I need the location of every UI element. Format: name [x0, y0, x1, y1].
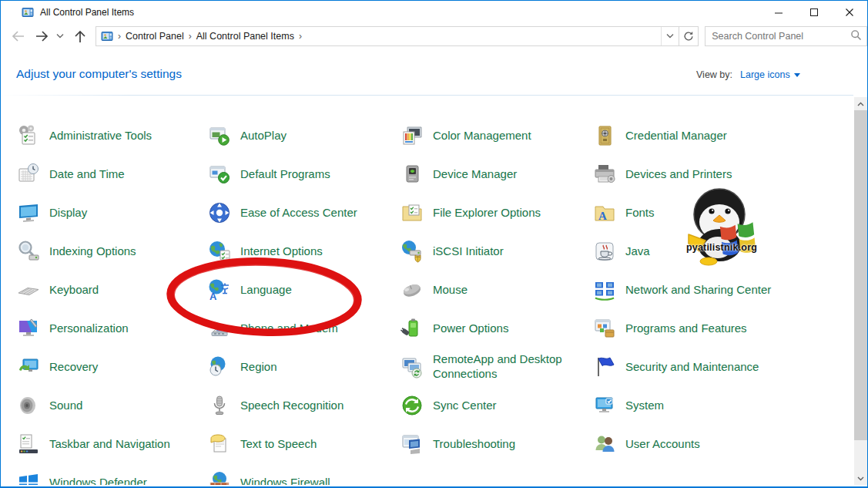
cp-item-windows-defender[interactable]: Windows Defender — [16, 463, 207, 485]
scrollbar-thumb[interactable] — [854, 110, 867, 440]
programs-features-icon — [592, 316, 617, 341]
cp-item-taskbar-and-navigation[interactable]: Taskbar and Navigation — [16, 425, 207, 463]
back-button[interactable] — [11, 29, 25, 43]
cp-item-power-options[interactable]: Power Options — [400, 309, 592, 348]
watermark-text: pyatilistnik.org — [675, 242, 768, 253]
credential-manager-icon — [592, 123, 617, 148]
address-bar[interactable]: › Control Panel › All Control Panel Item… — [96, 26, 699, 46]
cp-item-label: Troubleshooting — [433, 437, 515, 452]
device-manager-icon — [400, 162, 424, 187]
cp-item-windows-firewall[interactable]: Windows Firewall — [207, 463, 400, 485]
scrollbar-down-icon[interactable] — [854, 472, 867, 485]
cp-item-label: Devices and Printers — [625, 167, 732, 182]
search-icon[interactable] — [850, 29, 862, 44]
cp-item-label: Java — [625, 244, 650, 259]
cp-item-label: Keyboard — [49, 283, 99, 298]
cp-item-language[interactable]: ALanguage — [207, 271, 400, 309]
personalization-icon — [16, 316, 41, 341]
forward-button[interactable] — [35, 29, 49, 43]
maximize-button[interactable] — [796, 1, 832, 24]
cp-item-label: Fonts — [625, 206, 655, 220]
ease-of-access-icon — [207, 200, 232, 225]
remoteapp-icon — [400, 355, 424, 379]
control-panel-window: All Control Panel Items › Control Panel … — [0, 0, 868, 488]
cp-item-display[interactable]: Display — [16, 194, 207, 232]
breadcrumb-separator: › — [113, 31, 126, 42]
cp-item-remoteapp-and-desktop-connections[interactable]: RemoteApp and Desktop Connections — [400, 348, 592, 386]
address-dropdown-chevron-icon[interactable] — [661, 27, 679, 45]
windows-firewall-icon — [207, 470, 232, 485]
autoplay-icon — [207, 123, 232, 148]
java-icon — [592, 239, 617, 264]
cp-item-speech-recognition[interactable]: Speech Recognition — [207, 386, 400, 425]
cp-item-recovery[interactable]: Recovery — [16, 348, 207, 386]
file-explorer-options-icon — [400, 200, 424, 225]
date-time-icon — [16, 162, 41, 187]
cp-item-programs-and-features[interactable]: Programs and Features — [592, 309, 854, 348]
cp-item-region[interactable]: Region — [207, 348, 400, 386]
region-icon — [207, 355, 232, 379]
cp-item-default-programs[interactable]: Default Programs — [207, 155, 400, 194]
cp-item-personalization[interactable]: Personalization — [16, 309, 207, 348]
cp-item-label: User Accounts — [625, 437, 700, 452]
view-by-control: View by: Large icons — [696, 69, 800, 80]
search-box[interactable] — [705, 26, 867, 46]
minimize-button[interactable] — [761, 1, 796, 24]
cp-item-troubleshooting[interactable]: Troubleshooting — [400, 425, 592, 463]
page-title: Adjust your computer's settings — [16, 67, 182, 81]
cp-item-system[interactable]: System — [592, 386, 854, 425]
breadcrumb-all-control-panel-items[interactable]: All Control Panel Items — [196, 31, 294, 42]
up-button[interactable] — [73, 29, 87, 44]
breadcrumb-control-panel[interactable]: Control Panel — [126, 31, 184, 42]
cp-item-keyboard[interactable]: Keyboard — [16, 271, 207, 309]
chevron-down-icon — [794, 73, 800, 77]
cp-item-label: Text to Speech — [240, 437, 317, 452]
cp-item-label: Programs and Features — [625, 321, 747, 336]
cp-item-indexing-options[interactable]: Indexing Options — [16, 232, 207, 271]
cp-item-network-and-sharing-center[interactable]: Network and Sharing Center — [592, 271, 854, 309]
cp-item-label: Sound — [49, 399, 82, 413]
cp-item-phone-and-modem[interactable]: Phone and Modem — [207, 309, 400, 348]
default-programs-icon — [207, 162, 232, 187]
fonts-icon: A — [592, 200, 617, 225]
view-by-dropdown[interactable]: Large icons — [740, 69, 800, 80]
power-options-icon — [400, 316, 424, 341]
scrollbar-up-icon[interactable] — [854, 97, 867, 110]
cp-item-label: Date and Time — [49, 167, 125, 182]
cp-item-file-explorer-options[interactable]: File Explorer Options — [400, 194, 592, 232]
cp-item-security-and-maintenance[interactable]: Security and Maintenance — [592, 348, 854, 386]
security-maintenance-icon — [592, 355, 617, 379]
close-button[interactable] — [832, 1, 867, 24]
cp-item-mouse[interactable]: Mouse — [400, 271, 592, 309]
display-icon — [16, 200, 41, 225]
cp-item-ease-of-access-center[interactable]: Ease of Access Center — [207, 194, 400, 232]
speech-recognition-icon — [207, 393, 232, 418]
view-by-label: View by: — [696, 69, 732, 80]
vertical-scrollbar[interactable] — [854, 97, 867, 485]
cp-item-label: Phone and Modem — [240, 321, 338, 336]
recent-locations-chevron-icon[interactable] — [56, 33, 64, 39]
cp-item-credential-manager[interactable]: Credential Manager — [592, 116, 854, 155]
cp-item-sound[interactable]: Sound — [16, 386, 207, 425]
cp-item-internet-options[interactable]: Internet Options — [207, 232, 400, 271]
iscsi-initiator-icon — [400, 239, 424, 264]
control-panel-icon — [22, 6, 34, 19]
cp-item-color-management[interactable]: Color Management — [400, 116, 592, 155]
cp-item-sync-center[interactable]: Sync Center — [400, 386, 592, 425]
color-management-icon — [400, 123, 424, 148]
cp-item-user-accounts[interactable]: User Accounts — [592, 425, 854, 463]
cp-item-autoplay[interactable]: AutoPlay — [207, 116, 400, 155]
navigation-toolbar: › Control Panel › All Control Panel Item… — [1, 24, 867, 49]
cp-item-iscsi-initiator[interactable]: iSCSI Initiator — [400, 232, 592, 271]
internet-options-icon — [207, 239, 232, 264]
system-icon — [592, 393, 617, 418]
sync-center-icon — [400, 393, 424, 418]
refresh-icon[interactable] — [679, 27, 698, 45]
cp-item-date-and-time[interactable]: Date and Time — [16, 155, 207, 194]
cp-item-text-to-speech[interactable]: Text to Speech — [207, 425, 400, 463]
cp-item-label: Device Manager — [433, 167, 517, 182]
cp-item-administrative-tools[interactable]: Administrative Tools — [16, 116, 207, 155]
keyboard-icon — [16, 278, 41, 302]
search-input[interactable] — [705, 30, 850, 42]
cp-item-device-manager[interactable]: Device Manager — [400, 155, 592, 194]
